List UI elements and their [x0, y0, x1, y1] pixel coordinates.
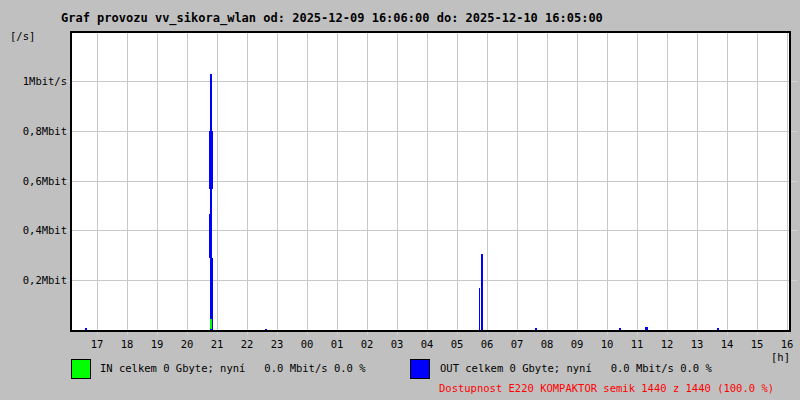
- x-axis-tick: [697, 332, 698, 335]
- chart-plot-area: [70, 31, 791, 332]
- y-axis-tick-left: [65, 81, 70, 82]
- x-axis-tick: [427, 332, 428, 335]
- gridline-horizontal: [72, 280, 789, 281]
- x-axis-tick-label: 15: [742, 338, 772, 350]
- gridline-horizontal: [72, 230, 789, 231]
- x-axis-tick-label: 22: [232, 338, 262, 350]
- y-axis-tick-right: [791, 131, 797, 132]
- x-axis-tick: [367, 332, 368, 335]
- x-axis-tick: [757, 332, 758, 335]
- y-axis-tick-left: [65, 280, 70, 281]
- y-axis-tick-right: [791, 181, 797, 182]
- x-axis-tick: [187, 332, 188, 335]
- availability-text: Dostupnost E220 KOMPAKTOR semik 1440 z 1…: [439, 382, 774, 394]
- x-axis-tick: [517, 332, 518, 335]
- traffic-bar-out: [265, 329, 267, 330]
- x-axis-tick-label: 04: [412, 338, 442, 350]
- traffic-bar-out: [645, 327, 648, 330]
- gridline-horizontal: [72, 181, 789, 182]
- x-axis-tick: [457, 332, 458, 335]
- traffic-bar-out: [479, 288, 480, 330]
- traffic-bar-out: [85, 328, 87, 330]
- traffic-bar-out: [619, 328, 621, 330]
- x-axis-tick-label: 12: [652, 338, 682, 350]
- x-axis-tick: [397, 332, 398, 335]
- traffic-bar-out: [717, 328, 719, 330]
- x-axis-tick: [97, 332, 98, 335]
- x-axis-tick: [577, 332, 578, 335]
- x-axis-tick-label: 20: [172, 338, 202, 350]
- x-axis-tick: [547, 332, 548, 335]
- legend-out-label: OUT celkem 0 Gbyte; nyní 0.0 Mbit/s 0.0 …: [440, 362, 712, 374]
- x-axis-tick-label: 06: [472, 338, 502, 350]
- gridline-horizontal: [72, 81, 789, 82]
- x-axis-tick: [217, 332, 218, 335]
- x-axis-tick-label: 19: [142, 338, 172, 350]
- x-axis-tick-label: 16: [772, 338, 800, 350]
- traffic-bar-out: [481, 254, 483, 330]
- y-axis-tick-left: [65, 181, 70, 182]
- y-axis-tick-label: 0,2Mbit: [0, 274, 67, 286]
- y-axis-tick-label: 0,8Mbit: [0, 125, 67, 137]
- x-axis-tick: [727, 332, 728, 335]
- x-axis-tick: [157, 332, 158, 335]
- traffic-bar-out: [535, 328, 537, 330]
- x-axis-tick-label: 11: [622, 338, 652, 350]
- graph-title: Graf provozu vv_sikora_wlan od: 2025-12-…: [61, 11, 603, 25]
- y-axis-tick-label: 0,4Mbit: [0, 224, 67, 236]
- x-axis-tick-label: 09: [562, 338, 592, 350]
- y-axis-tick-label: 1Mbit/s: [0, 75, 67, 87]
- x-axis-tick: [607, 332, 608, 335]
- y-axis-tick-right: [791, 280, 797, 281]
- x-axis-tick-label: 18: [112, 338, 142, 350]
- y-axis-tick-right: [791, 230, 797, 231]
- x-axis-tick-label: 00: [292, 338, 322, 350]
- x-axis-tick-label: 03: [382, 338, 412, 350]
- legend-out-swatch: [410, 359, 430, 379]
- y-axis-tick-left: [65, 230, 70, 231]
- x-axis-tick: [127, 332, 128, 335]
- x-axis-tick-label: 23: [262, 338, 292, 350]
- x-axis-tick: [667, 332, 668, 335]
- y-axis-tick-left: [65, 131, 70, 132]
- x-axis-tick-label: 10: [592, 338, 622, 350]
- x-axis-tick: [487, 332, 488, 335]
- y-axis-tick-right: [791, 81, 797, 82]
- traffic-bar-out: [209, 214, 212, 258]
- x-axis-tick: [277, 332, 278, 335]
- x-axis-tick-label: 05: [442, 338, 472, 350]
- x-axis-tick-label: 02: [352, 338, 382, 350]
- x-axis-tick: [787, 332, 788, 335]
- x-axis-tick: [247, 332, 248, 335]
- x-axis-unit-label: [h]: [760, 351, 790, 363]
- legend-in-label: IN celkem 0 Gbyte; nyní 0.0 Mbit/s 0.0 %: [100, 362, 366, 374]
- x-axis-tick-label: 08: [532, 338, 562, 350]
- x-axis-tick-label: 07: [502, 338, 532, 350]
- traffic-graph-page: Graf provozu vv_sikora_wlan od: 2025-12-…: [0, 0, 800, 400]
- x-axis-tick-label: 21: [202, 338, 232, 350]
- traffic-bar-out: [212, 258, 213, 330]
- x-axis-tick: [307, 332, 308, 335]
- traffic-bar-in: [210, 319, 212, 329]
- gridline-horizontal: [72, 131, 789, 132]
- y-axis-unit-label: [/s]: [10, 30, 35, 42]
- x-axis-tick: [337, 332, 338, 335]
- x-axis-tick-label: 17: [82, 338, 112, 350]
- x-axis-tick-label: 13: [682, 338, 712, 350]
- traffic-bar-out: [209, 131, 213, 189]
- x-axis-tick: [637, 332, 638, 335]
- y-axis-tick-label: 0,6Mbit: [0, 175, 67, 187]
- legend-in-swatch: [71, 359, 91, 379]
- x-axis-tick-label: 01: [322, 338, 352, 350]
- x-axis-tick-label: 14: [712, 338, 742, 350]
